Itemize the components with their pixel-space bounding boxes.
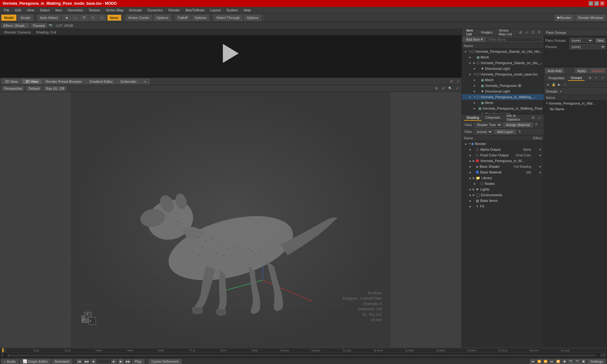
prop-settings-icon[interactable]: ⚙: [587, 76, 592, 81]
transport-btn-3[interactable]: ⏩: [543, 359, 548, 364]
menu-select[interactable]: Select: [37, 8, 52, 13]
timeline-bar[interactable]: 0 12 24 36 48 60 72 84 96 108 120 132 14…: [1, 348, 606, 353]
list-item[interactable]: ● ☀ Directional Light: [462, 88, 544, 94]
falloff-button[interactable]: Falloff: [175, 15, 190, 21]
prop-eye-icon[interactable]: ●: [545, 82, 550, 87]
tab-3dview[interactable]: 3D View: [1, 79, 21, 84]
items-button[interactable]: Items: [107, 15, 121, 21]
eye-icon[interactable]: ●: [469, 55, 473, 59]
tool-btn-2[interactable]: ↕: [72, 15, 79, 21]
frame-input[interactable]: 0: [97, 359, 110, 364]
cache-deformers-button[interactable]: Cache Deformers: [149, 359, 181, 364]
expand-arrow-icon[interactable]: ▶: [473, 159, 476, 162]
list-item[interactable]: ● ▣ Mesh: [462, 54, 544, 60]
tab-3dview-active[interactable]: 3D View: [22, 79, 42, 84]
prop-expand-icon[interactable]: ⤢: [600, 76, 605, 81]
menu-item[interactable]: Item: [53, 8, 64, 13]
list-item[interactable]: ● ▼ ⬡ Vormela_Peregusna_in_Walking_...: [462, 94, 544, 100]
menu-maxtomodo[interactable]: MaxToModo: [183, 8, 207, 13]
assign-material-button[interactable]: Assign Material: [503, 122, 533, 127]
viewport-3d[interactable]: Perspective Default Ray GL: Off ⚙ ↺ 🔍 ⤢: [0, 85, 462, 348]
maximize-button[interactable]: □: [594, 1, 599, 6]
playrange-handle-left[interactable]: [8, 355, 9, 356]
effect-dropdown[interactable]: Effect: (Shadi...: [1, 23, 29, 28]
menu-file[interactable]: File: [1, 8, 12, 13]
transport-btn-5[interactable]: 🔁: [555, 359, 561, 364]
expand-arrow-icon[interactable]: ▼: [468, 142, 471, 145]
expand-arrow-icon[interactable]: ▼: [473, 73, 476, 76]
eye-icon[interactable]: ●: [463, 141, 468, 146]
tool-btn-3[interactable]: ↺: [80, 15, 88, 21]
filter-items-input[interactable]: [487, 37, 543, 42]
tab-groups[interactable]: Groups: [568, 75, 585, 81]
add-layer-button[interactable]: Add Layer: [494, 129, 516, 134]
options2-button[interactable]: Options: [192, 15, 209, 21]
prev-key-button[interactable]: ◀◀: [83, 359, 89, 364]
groups-content[interactable]: ▼ Vormela_Peregusna_in_Wal... No Name: [544, 100, 607, 348]
shader-row-base-shader[interactable]: ● ◈ Base Shader Full Shading ▾: [462, 164, 544, 169]
play-button[interactable]: [221, 44, 240, 63]
expand-arrow-icon[interactable]: ▶: [473, 188, 476, 191]
expand-arrow-icon[interactable]: ▶: [473, 193, 476, 197]
tab-info-stats[interactable]: Info & Statistics: [504, 113, 529, 123]
pass-groups-select[interactable]: (none): [569, 38, 593, 43]
vp-search-icon[interactable]: 🔍: [448, 86, 453, 91]
panel-pin-icon[interactable]: S: [530, 30, 536, 35]
tab-shading[interactable]: Shading: [464, 115, 481, 121]
expand-icon[interactable]: ▼: [545, 102, 549, 105]
transport-btn-2[interactable]: ⏪: [536, 359, 542, 364]
eye-icon[interactable]: ●: [468, 147, 473, 152]
shader-row-nodes[interactable]: ● ⬡ Nodes: [462, 181, 544, 186]
new-pass-groups-button[interactable]: New: [595, 38, 606, 43]
eye-icon[interactable]: ●: [473, 106, 475, 110]
tab-gradient[interactable]: Gradient Editor: [86, 79, 116, 84]
transport-btn-6[interactable]: ⏺: [561, 359, 567, 364]
shading-settings-icon[interactable]: ⚙: [530, 115, 536, 120]
dropdown-icon[interactable]: ▾: [537, 147, 543, 152]
viewport-canvas[interactable]: No Items Polygons : Catmull-Clark Channe…: [0, 92, 462, 348]
tab-vertex-map[interactable]: Vertex Map List: [496, 28, 517, 37]
list-item[interactable]: ● ▣ Mesh: [462, 77, 544, 83]
grid-icon[interactable]: ☷: [449, 79, 454, 84]
eye-icon[interactable]: ●: [469, 72, 473, 76]
raygl-label[interactable]: Ray GL: Off: [44, 86, 66, 91]
panel-list-icon[interactable]: F: [537, 30, 542, 35]
groups-add-icon[interactable]: +: [560, 89, 562, 93]
item-list-content[interactable]: ● ▼ ⬡ Vormela_Peregusna_Stands_on_His_Hi…: [462, 49, 544, 114]
transport-btn-4[interactable]: ⏭: [549, 359, 555, 364]
eye-icon[interactable]: ●: [473, 101, 477, 105]
eye-icon[interactable]: ●: [468, 164, 473, 169]
auto-add-button[interactable]: Auto Add: [545, 68, 564, 73]
select-through-button[interactable]: Select Through: [213, 15, 242, 21]
list-item[interactable]: ● ☀ Directional Light: [462, 66, 544, 71]
prop-lock-icon[interactable]: 🔒: [551, 82, 556, 87]
list-item[interactable]: ● ▣ Vormela_Peregusna 2: [462, 83, 544, 88]
next-frame-button[interactable]: ▶: [111, 359, 117, 364]
menu-texture[interactable]: Texture: [86, 8, 103, 13]
options1-button[interactable]: Options: [153, 15, 171, 21]
animated-button[interactable]: Animated: [52, 359, 72, 364]
menu-edit[interactable]: Edit: [13, 8, 24, 13]
eye-icon[interactable]: ●: [468, 187, 473, 192]
eye-icon[interactable]: ●: [468, 153, 473, 158]
shader-row-render[interactable]: ● ▼ ■ Render: [462, 141, 544, 147]
transport-btn-9[interactable]: ⏹: [580, 359, 586, 364]
eye-icon[interactable]: ●: [473, 112, 477, 114]
tab-add[interactable]: +: [141, 79, 150, 84]
list-item[interactable]: ● ☀ Directional Light: [462, 111, 544, 114]
eye-icon[interactable]: ●: [473, 89, 477, 93]
eye-icon[interactable]: ●: [468, 158, 473, 163]
menu-render[interactable]: Render: [166, 8, 182, 13]
group-item[interactable]: No Name: [544, 106, 607, 112]
shading-list-icon[interactable]: F: [534, 122, 539, 127]
tool-btn-5[interactable]: □: [98, 15, 106, 21]
menu-vertex-map[interactable]: Vertex Map: [103, 8, 126, 13]
eye-icon[interactable]: ●: [473, 67, 477, 70]
expand-arrow-icon[interactable]: ▶: [473, 61, 476, 64]
eye-icon[interactable]: ●: [468, 204, 473, 209]
tab-images[interactable]: Images: [479, 30, 495, 35]
prop-render-icon[interactable]: ▶: [557, 82, 562, 87]
apply-button[interactable]: Apply: [575, 68, 588, 73]
menu-dynamics[interactable]: Dynamics: [145, 8, 165, 13]
render-window-button[interactable]: Render Window: [575, 15, 606, 21]
